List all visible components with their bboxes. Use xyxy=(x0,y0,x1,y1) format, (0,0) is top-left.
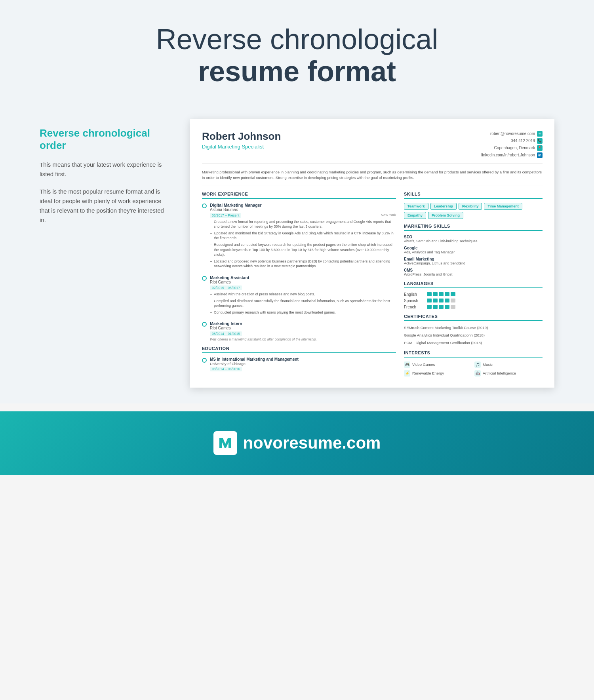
mskill-email-name: Email Marketing xyxy=(404,257,543,261)
resume-name: Robert Johnson xyxy=(202,130,281,143)
lang-french-bars xyxy=(427,305,455,309)
skill-leadership: Leadership xyxy=(430,203,457,210)
marketing-skills-title: MARKETING SKILLS xyxy=(404,224,543,231)
page-title: Reverse chronological resume format xyxy=(8,24,586,88)
mskill-seo: SEO Ahrefs, Semrush and Link-building Te… xyxy=(404,235,543,243)
title-light: Reverse chronological xyxy=(156,23,438,55)
lang-english-bars xyxy=(427,292,455,296)
interest-icon-ai: 🤖 xyxy=(474,370,481,377)
interest-ai: 🤖 Artificial Intelligence xyxy=(474,370,543,377)
interest-icon-renewable: ⚡ xyxy=(404,370,410,377)
lang-bar xyxy=(439,292,444,296)
lang-bar xyxy=(427,299,432,302)
company-3: Riot Games xyxy=(210,326,396,330)
phone-icon: 📞 xyxy=(537,138,543,144)
footer-logo-text: novoresume.com xyxy=(243,434,381,453)
edu-item-1: MS in International Marketing and Manage… xyxy=(202,357,396,371)
lang-spanish-bars xyxy=(427,299,455,302)
header-section: Reverse chronological resume format xyxy=(0,0,594,103)
lang-bar xyxy=(439,305,444,309)
lang-bar xyxy=(445,292,449,296)
lang-spanish: Spanish xyxy=(404,299,543,303)
sidebar-paragraph2: This is the most popular resume format a… xyxy=(40,187,166,225)
mskill-cms: CMS WordPress, Joomla and Ghost xyxy=(404,268,543,276)
work-experience-title: WORK EXPERIENCE xyxy=(202,192,396,199)
work-date-1: 06/2017 – Present xyxy=(210,213,241,218)
bullet-1-1: Created a new format for reporting and p… xyxy=(210,219,396,229)
lang-bar xyxy=(427,292,432,296)
mskill-seo-name: SEO xyxy=(404,235,543,239)
mskill-google: Google Ads, Analytics and Tag Manager xyxy=(404,246,543,254)
main-content: Reverse chronological order This means t… xyxy=(0,103,594,403)
resume-job-title: Digital Marketing Specialist xyxy=(202,144,281,150)
work-item-1: Digital Marketing Manager Astoria Baumax… xyxy=(202,203,396,270)
location-text: Copenhagen, Denmark xyxy=(494,145,535,152)
work-bullets-1: Created a new format for reporting and p… xyxy=(210,219,396,269)
company-2: Riot Games xyxy=(210,280,396,284)
interests-title: INTERESTS xyxy=(404,350,543,358)
interest-icon-games: 🎮 xyxy=(404,361,410,368)
footer-logo: novoresume.com xyxy=(8,431,586,455)
email-text: robert@novoresume.com xyxy=(490,130,535,137)
certificates-title: CERTIFICATES xyxy=(404,314,543,321)
linkedin-icon: in xyxy=(537,152,543,158)
work-circle-3 xyxy=(202,322,207,327)
lang-bar xyxy=(451,305,455,309)
bullet-1-4: Located and proposed new potential busin… xyxy=(210,259,396,269)
work-italic-3: Was offered a marketing assistant job af… xyxy=(210,337,396,341)
bullet-2-2: Compiled and distributed successfully th… xyxy=(210,299,396,308)
contact-linkedin: linkedin.com/in/robert.Johnson in xyxy=(481,152,543,159)
interest-icon-music: 🎵 xyxy=(474,361,481,368)
contact-email: robert@novoresume.com ✉ xyxy=(481,130,543,137)
contact-phone: 044 412 2019 📞 xyxy=(481,137,543,145)
linkedin-text: linkedin.com/in/robert.Johnson xyxy=(481,152,535,159)
interest-label-renewable: Renewable Energy xyxy=(412,371,444,375)
job-title-3: Marketing Intern xyxy=(210,321,396,326)
bullet-1-2: Updated and monitored the Bid Strategy i… xyxy=(210,231,396,241)
interest-renewable: ⚡ Renewable Energy xyxy=(404,370,472,377)
lang-bar xyxy=(445,305,449,309)
novoresume-logo-svg xyxy=(217,435,233,451)
edu-degree-1: MS in International Marketing and Manage… xyxy=(210,357,396,361)
skills-tags: Teamwork Leadership Flexibility Time Man… xyxy=(404,203,543,219)
work-details-3: Marketing Intern Riot Games 08/2014 – 01… xyxy=(210,321,396,341)
cert-3: PCM - Digital Management Certification (… xyxy=(404,340,543,345)
lang-french-name: French xyxy=(404,305,424,309)
work-location-1: New York xyxy=(381,213,396,218)
company-1: Astoria Baumax xyxy=(210,207,396,212)
bullet-2-1: Assisted with the creation of press rele… xyxy=(210,292,396,297)
location-icon: 📍 xyxy=(537,145,543,151)
work-details-2: Marketing Assistant Riot Games 02/2015 –… xyxy=(210,275,396,316)
work-date-row-3: 08/2014 – 01/2015 xyxy=(210,331,396,336)
resume-card: Robert Johnson Digital Marketing Special… xyxy=(190,119,554,387)
work-date-row-2: 02/2015 – 05/2017 xyxy=(210,285,396,290)
lang-french: French xyxy=(404,305,543,309)
lang-bar xyxy=(439,299,444,302)
work-date-row-1: 06/2017 – Present New York xyxy=(210,213,396,218)
phone-text: 044 412 2019 xyxy=(511,137,535,145)
work-circle-1 xyxy=(202,204,207,208)
resume-summary: Marketing professional with proven exper… xyxy=(202,169,543,186)
job-title-1: Digital Marketing Manager xyxy=(210,203,396,207)
lang-bar xyxy=(433,292,438,296)
footer-section: novoresume.com xyxy=(0,411,594,475)
lang-bar xyxy=(427,305,432,309)
interest-label-music: Music xyxy=(483,362,493,367)
resume-contact: robert@novoresume.com ✉ 044 412 2019 📞 C… xyxy=(481,130,543,159)
lang-bar xyxy=(433,299,438,302)
cert-1: SEMrush Content Marketing Toolkit Course… xyxy=(404,325,543,330)
mskill-google-detail: Ads, Analytics and Tag Manager xyxy=(404,250,543,254)
skill-empathy: Empathy xyxy=(404,212,426,219)
skills-title: SKILLS xyxy=(404,192,543,199)
lang-english-name: English xyxy=(404,292,424,297)
logo-icon xyxy=(213,431,237,455)
work-details-1: Digital Marketing Manager Astoria Baumax… xyxy=(210,203,396,270)
edu-school-1: University of Chicago xyxy=(210,361,396,366)
cert-2: Google Analytics Individual Qualificatio… xyxy=(404,333,543,338)
title-bold: resume format xyxy=(8,55,586,88)
work-date-2: 02/2015 – 05/2017 xyxy=(210,285,242,290)
sidebar-heading: Reverse chronological order xyxy=(40,127,166,152)
lang-spanish-name: Spanish xyxy=(404,299,424,303)
contact-location: Copenhagen, Denmark 📍 xyxy=(481,145,543,152)
work-item-2: Marketing Assistant Riot Games 02/2015 –… xyxy=(202,275,396,316)
